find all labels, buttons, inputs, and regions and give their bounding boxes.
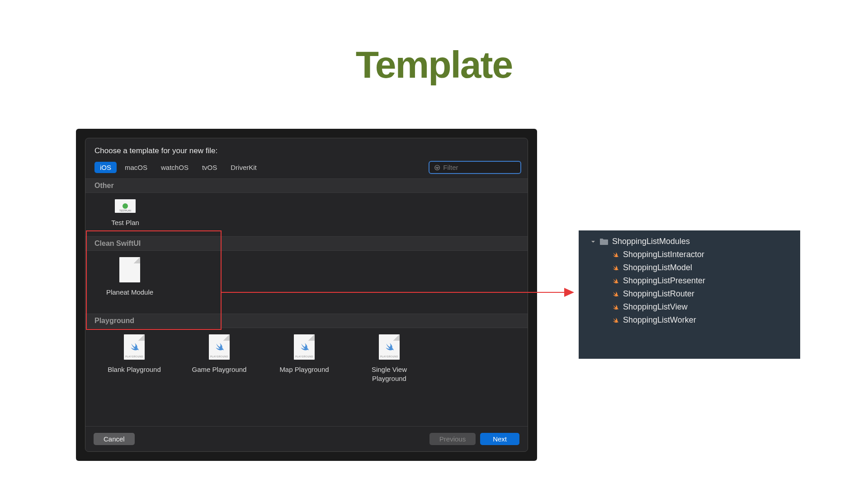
tree-file-row[interactable]: ShoppingListInteractor xyxy=(579,248,800,261)
template-single-view-playground[interactable]: PLAYGROUND Single View Playground xyxy=(358,334,421,383)
tree-file-row[interactable]: ShoppingListRouter xyxy=(579,287,800,300)
annotation-arrow-head-icon xyxy=(564,288,574,297)
dialog-header-text: Choose a template for your new file: xyxy=(85,138,528,161)
dialog-inner: Choose a template for your new file: iOS… xyxy=(85,138,528,452)
playground-icon: PLAYGROUND xyxy=(294,334,315,360)
file-name: ShoppingListRouter xyxy=(623,289,694,299)
file-name: ShoppingListInteractor xyxy=(623,250,704,259)
swift-file-icon xyxy=(611,290,619,298)
tab-filter-row: iOS macOS watchOS tvOS DriverKit xyxy=(85,161,528,174)
playground-icon: PLAYGROUND xyxy=(379,334,400,360)
xcode-new-file-dialog: Choose a template for your new file: iOS… xyxy=(76,129,537,461)
tab-driverkit[interactable]: DriverKit xyxy=(225,162,262,173)
tab-ios[interactable]: iOS xyxy=(94,162,117,173)
template-planeat-module[interactable]: Planeat Module xyxy=(103,257,157,297)
tree-file-row[interactable]: ShoppingListWorker xyxy=(579,314,800,327)
folder-name: ShoppingListModules xyxy=(612,237,690,246)
section-body-playground: PLAYGROUND Blank Playground PLAYGROUND G… xyxy=(85,328,528,392)
file-name: ShoppingListView xyxy=(623,302,688,312)
file-icon xyxy=(119,257,140,282)
swift-file-icon xyxy=(611,316,619,324)
section-header-clean-swiftui: Clean SwiftUI xyxy=(85,236,528,251)
file-name: ShoppingListModel xyxy=(623,263,692,272)
template-label: Planeat Module xyxy=(106,288,153,297)
file-name: ShoppingListPresenter xyxy=(623,276,705,286)
template-label: Single View Playground xyxy=(358,365,421,383)
template-label: Game Playground xyxy=(192,365,247,374)
playground-icon: PLAYGROUND xyxy=(124,334,145,360)
section-body-other: TESTPLAN Test Plan xyxy=(85,193,528,236)
template-map-playground[interactable]: PLAYGROUND Map Playground xyxy=(273,334,336,383)
playground-icon: PLAYGROUND xyxy=(209,334,230,360)
tree-file-row[interactable]: ShoppingListView xyxy=(579,300,800,314)
tab-watchos[interactable]: watchOS xyxy=(156,162,194,173)
folder-icon xyxy=(599,238,609,245)
filter-icon xyxy=(434,164,440,171)
tab-tvos[interactable]: tvOS xyxy=(197,162,222,173)
section-header-playground: Playground xyxy=(85,314,528,328)
cancel-button[interactable]: Cancel xyxy=(94,433,135,445)
section-body-clean-swiftui: Planeat Module xyxy=(85,251,528,314)
previous-button[interactable]: Previous xyxy=(429,433,476,445)
template-label: Map Playground xyxy=(279,365,329,374)
testplan-icon: TESTPLAN xyxy=(115,199,136,213)
tree-file-row[interactable]: ShoppingListModel xyxy=(579,261,800,274)
template-blank-playground[interactable]: PLAYGROUND Blank Playground xyxy=(103,334,166,383)
next-button[interactable]: Next xyxy=(480,433,519,445)
svg-point-0 xyxy=(435,165,440,170)
file-tree-panel: ShoppingListModules ShoppingListInteract… xyxy=(579,230,800,359)
filter-container[interactable] xyxy=(429,161,521,174)
filter-input[interactable] xyxy=(443,164,516,171)
swift-file-icon xyxy=(611,303,619,311)
tree-file-row[interactable]: ShoppingListPresenter xyxy=(579,274,800,287)
tree-folder-row[interactable]: ShoppingListModules xyxy=(579,235,800,248)
chevron-down-icon xyxy=(590,239,596,244)
swift-file-icon xyxy=(611,251,619,259)
annotation-arrow-line xyxy=(222,292,565,293)
section-header-other: Other xyxy=(85,178,528,193)
template-label: Test Plan xyxy=(111,218,139,227)
template-game-playground[interactable]: PLAYGROUND Game Playground xyxy=(188,334,251,383)
tab-macos[interactable]: macOS xyxy=(119,162,153,173)
swift-file-icon xyxy=(611,264,619,272)
swift-file-icon xyxy=(611,277,619,285)
template-test-plan[interactable]: TESTPLAN Test Plan xyxy=(103,199,148,227)
template-label: Blank Playground xyxy=(108,365,161,374)
dialog-footer: Cancel Previous Next xyxy=(85,426,528,451)
slide-title: Template xyxy=(0,43,868,87)
file-name: ShoppingListWorker xyxy=(623,315,696,325)
platform-tabs: iOS macOS watchOS tvOS DriverKit xyxy=(94,162,262,173)
template-sections: Other TESTPLAN Test Plan Clean SwiftUI P… xyxy=(85,178,528,426)
